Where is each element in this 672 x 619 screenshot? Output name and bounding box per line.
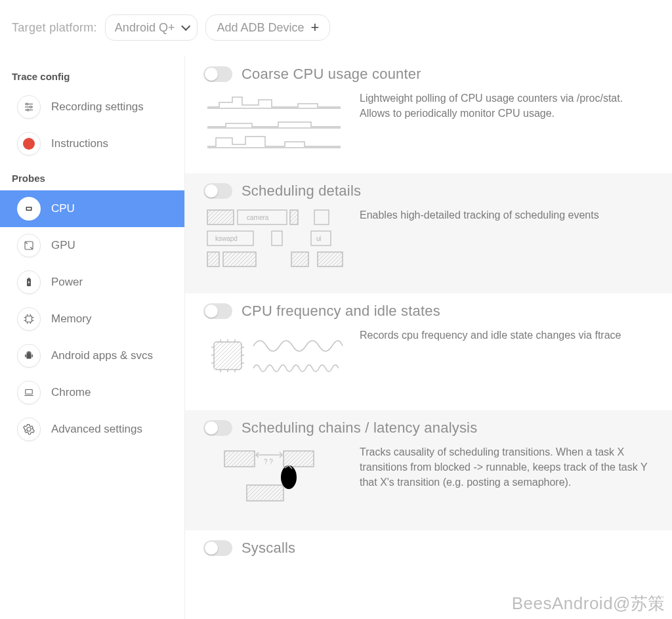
- sidebar-item-label: Instructions: [51, 137, 108, 150]
- svg-rect-42: [291, 252, 308, 267]
- svg-rect-61: [247, 485, 284, 501]
- svg-rect-10: [28, 278, 30, 279]
- svg-point-62: [281, 465, 297, 489]
- sidebar-item-android-apps[interactable]: Android apps & svcs: [0, 337, 184, 374]
- sparkline-icon: [206, 91, 344, 152]
- svg-point-5: [27, 109, 29, 111]
- plus-icon: +: [311, 20, 320, 35]
- svg-rect-44: [214, 342, 242, 370]
- probe-title: Syscalls: [242, 540, 295, 557]
- svg-text:kswapd: kswapd: [215, 235, 238, 242]
- toggle-coarse-cpu-usage[interactable]: [203, 66, 232, 82]
- svg-rect-34: [314, 210, 329, 224]
- svg-rect-41: [223, 252, 256, 267]
- battery-icon: [17, 270, 41, 294]
- target-platform-label: Target platform:: [12, 21, 97, 35]
- latency-graph-icon: ? ?: [206, 444, 344, 509]
- cpu-wave-icon: [206, 328, 344, 389]
- svg-rect-30: [207, 210, 234, 224]
- svg-text:camera: camera: [247, 214, 269, 221]
- toggle-scheduling-chains[interactable]: [203, 420, 232, 436]
- svg-rect-57: [224, 451, 255, 467]
- topbar: Target platform: Android Q+ Add ADB Devi…: [0, 0, 672, 56]
- android-icon: [17, 344, 41, 368]
- svg-point-3: [26, 103, 28, 105]
- probe-title: Scheduling details: [242, 182, 361, 200]
- sliders-icon: [17, 95, 41, 119]
- sidebar-item-recording-settings[interactable]: Recording settings: [0, 89, 184, 125]
- memory-icon: [17, 307, 41, 331]
- svg-rect-25: [26, 390, 33, 395]
- gpu-icon: [17, 234, 41, 257]
- svg-rect-20: [26, 354, 32, 359]
- svg-point-21: [28, 352, 28, 353]
- probe-title: CPU frequency and idle states: [242, 303, 440, 320]
- probe-description: Enables high-detailed tracking of schedu…: [360, 207, 599, 223]
- probe-title: Coarse CPU usage counter: [242, 66, 421, 83]
- sidebar-item-label: Android apps & svcs: [51, 349, 153, 362]
- probe-syscalls: Syscalls: [185, 530, 672, 586]
- probe-description: Tracks causality of scheduling transitio…: [360, 444, 648, 490]
- sidebar: Trace config Recording settings Instruct…: [0, 56, 185, 619]
- svg-point-4: [30, 106, 32, 108]
- svg-text:? ?: ? ?: [264, 458, 273, 465]
- cpu-chip-icon: [17, 197, 41, 221]
- svg-text:ui: ui: [316, 235, 322, 242]
- probe-scheduling-chains: Scheduling chains / latency analysis ? ?…: [185, 410, 672, 530]
- section-title-probes: Probes: [0, 162, 184, 190]
- probe-description: Lightweight polling of CPU usage counter…: [360, 91, 648, 121]
- sidebar-item-label: CPU: [51, 202, 75, 215]
- sidebar-item-cpu[interactable]: CPU: [0, 190, 184, 227]
- chevron-down-icon: [181, 22, 190, 31]
- sidebar-item-label: Chrome: [51, 386, 91, 399]
- svg-rect-40: [207, 252, 219, 267]
- svg-rect-58: [284, 451, 314, 467]
- laptop-icon: [17, 381, 41, 404]
- toggle-scheduling-details[interactable]: [203, 183, 232, 199]
- platform-selected-value: Android Q+: [115, 21, 175, 35]
- svg-rect-37: [272, 231, 282, 245]
- svg-rect-23: [25, 354, 26, 358]
- probe-coarse-cpu-usage: Coarse CPU usage counter Lightweight pol…: [185, 56, 672, 173]
- sidebar-item-label: GPU: [51, 239, 75, 252]
- gear-icon: [17, 417, 41, 441]
- probe-scheduling-details: Scheduling details camera kswapd ui: [185, 173, 672, 293]
- svg-rect-24: [32, 354, 33, 358]
- toggle-syscalls[interactable]: [203, 540, 232, 556]
- sidebar-item-instructions[interactable]: Instructions: [0, 125, 184, 162]
- svg-rect-33: [290, 210, 298, 224]
- probe-cpu-frequency: CPU frequency and idle states Records cp…: [185, 293, 672, 410]
- probe-description: Records cpu frequency and idle state cha…: [360, 328, 621, 343]
- svg-point-22: [30, 352, 30, 353]
- add-adb-device-button[interactable]: Add ADB Device +: [205, 14, 330, 41]
- svg-rect-43: [318, 252, 343, 267]
- sidebar-item-advanced-settings[interactable]: Advanced settings: [0, 411, 184, 448]
- sidebar-item-power[interactable]: Power: [0, 264, 184, 301]
- record-icon: [17, 132, 41, 156]
- sidebar-item-label: Power: [51, 276, 83, 289]
- sidebar-item-label: Advanced settings: [51, 423, 142, 436]
- probes-panel: Coarse CPU usage counter Lightweight pol…: [185, 56, 672, 619]
- sidebar-item-chrome[interactable]: Chrome: [0, 374, 184, 411]
- svg-rect-7: [27, 208, 31, 210]
- sidebar-item-memory[interactable]: Memory: [0, 301, 184, 337]
- add-adb-device-label: Add ADB Device: [217, 21, 304, 35]
- sidebar-item-label: Memory: [51, 312, 91, 326]
- sidebar-item-gpu[interactable]: GPU: [0, 227, 184, 264]
- platform-select[interactable]: Android Q+: [105, 14, 198, 41]
- probe-title: Scheduling chains / latency analysis: [242, 419, 477, 437]
- schedule-blocks-icon: camera kswapd ui: [206, 207, 344, 272]
- toggle-cpu-frequency[interactable]: [203, 303, 232, 319]
- section-title-trace-config: Trace config: [0, 60, 184, 89]
- sidebar-item-label: Recording settings: [51, 100, 144, 114]
- svg-rect-11: [26, 316, 32, 322]
